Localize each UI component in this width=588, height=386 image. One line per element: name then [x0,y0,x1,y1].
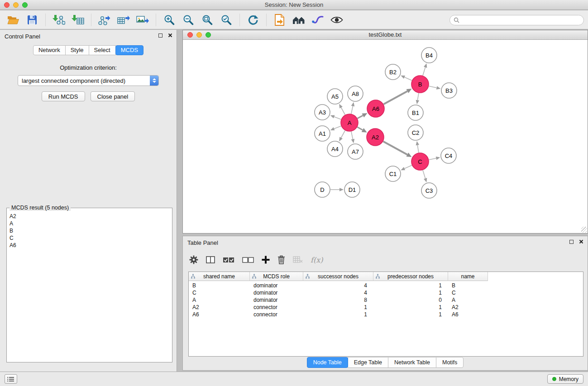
column-header-shared-name[interactable]: shared name [189,272,250,281]
edge-B-B4[interactable] [423,63,427,76]
node-A1[interactable]: A1 [315,126,330,141]
table-row[interactable]: Bdominator41B [189,282,583,289]
run-mcds-button[interactable]: Run MCDS [42,91,85,101]
node-A4[interactable]: A4 [327,141,343,157]
zoom-in-button[interactable] [160,12,179,28]
node-B4[interactable]: B4 [421,48,437,63]
column-header-successor-nodes[interactable]: successor nodes [303,272,373,281]
node-A[interactable]: A [341,114,358,131]
tab-network[interactable]: Network [33,45,66,55]
table-panel-float-button[interactable] [569,240,574,244]
node-A3[interactable]: A3 [315,105,330,120]
refresh-button[interactable] [244,12,263,28]
column-header-predecessor-nodes[interactable]: predecessor nodes [373,272,448,281]
network-minimize-button[interactable] [196,32,202,38]
network-canvas[interactable]: AA1A2A3A4A5A6A7A8BB1B2B3B4CC1C2C3C4DD1 [183,40,588,233]
table-row[interactable]: A6connector11A6 [189,311,583,318]
import-network-button[interactable] [49,12,68,28]
tab-select[interactable]: Select [89,45,116,55]
edge-C-C3[interactable] [423,170,427,182]
node-C4[interactable]: C4 [441,148,456,163]
edge-C-C2[interactable] [416,141,420,152]
task-history-button[interactable] [5,374,17,384]
edge-B-B2[interactable] [401,76,412,81]
zoom-out-button[interactable] [179,12,198,28]
function-builder-button[interactable]: f(x) [311,256,323,264]
node-B3[interactable]: B3 [441,83,457,98]
node-A5[interactable]: A5 [327,89,343,104]
zoom-fit-button[interactable] [198,12,217,28]
export-network-button[interactable] [95,12,114,28]
tab-mcds[interactable]: MCDS [115,45,143,55]
edge-A-A8[interactable] [351,102,355,114]
style-button[interactable] [308,12,327,28]
node-C2[interactable]: C2 [408,125,423,140]
show-columns-button[interactable] [206,256,215,264]
node-D1[interactable]: D1 [344,182,360,197]
show-hide-button[interactable] [327,12,346,28]
node-A8[interactable]: A8 [348,86,363,101]
edge-C-C1[interactable] [401,165,412,170]
edge-A-A3[interactable] [330,115,341,119]
search-input[interactable] [462,17,580,24]
home-button[interactable] [289,12,308,28]
edge-A-A4[interactable] [339,131,345,142]
result-item[interactable]: A2 [10,213,169,220]
minimize-window-button[interactable] [13,2,19,8]
close-panel-button[interactable]: Close panel [91,91,135,101]
resize-grip[interactable] [581,227,587,233]
network-close-button[interactable] [187,32,193,38]
save-session-button[interactable] [23,12,42,28]
delete-table-button[interactable] [293,256,303,263]
deselect-all-button[interactable] [242,257,254,263]
edge-A2-C[interactable] [383,142,412,157]
edge-A-A5[interactable] [339,104,345,115]
table-panel-close-button[interactable] [579,239,583,244]
node-B1[interactable]: B1 [408,105,423,120]
result-item[interactable]: B [10,227,169,234]
node-B[interactable]: B [411,76,429,93]
column-header-MCDS-role[interactable]: MCDS role [250,272,303,281]
select-all-button[interactable] [223,257,234,263]
tab-node-table[interactable]: Node Table [307,357,348,368]
add-column-button[interactable] [262,256,270,264]
close-window-button[interactable] [4,2,10,8]
result-item[interactable]: A [10,220,169,227]
delete-column-button[interactable] [277,255,285,264]
edge-C-C4[interactable] [429,157,440,160]
result-item[interactable]: C [10,234,169,242]
tab-edge-table[interactable]: Edge Table [348,357,388,368]
node-A7[interactable]: A7 [348,144,363,159]
tab-network-table[interactable]: Network Table [388,357,436,368]
edge-A-A2[interactable] [357,127,367,133]
network-zoom-button[interactable] [206,32,211,38]
edge-A-A6[interactable] [358,113,368,119]
edge-A-A1[interactable] [330,126,341,130]
control-panel-float-button[interactable] [158,33,163,38]
node-C1[interactable]: C1 [385,166,401,181]
node-C3[interactable]: C3 [421,183,437,198]
edge-B-B3[interactable] [429,86,441,89]
tab-motifs[interactable]: Motifs [436,357,464,368]
open-session-button[interactable] [4,12,23,28]
table-row[interactable]: Adominator80A [189,296,583,304]
import-table-button[interactable] [68,12,87,28]
zoom-window-button[interactable] [22,2,28,8]
tab-style[interactable]: Style [65,45,89,55]
criterion-dropdown[interactable]: largest connected component (directed) [18,75,159,86]
node-D[interactable]: D [315,182,330,197]
edge-B-B1[interactable] [416,93,420,104]
search-box[interactable] [449,15,584,25]
export-table-button[interactable] [114,12,133,28]
edge-A-A7[interactable] [351,132,355,143]
node-A6[interactable]: A6 [367,100,384,117]
edge-D-D1[interactable] [330,188,344,191]
control-panel-close-button[interactable] [168,33,172,38]
table-row[interactable]: A2connector11A2 [189,304,583,311]
result-item[interactable]: A6 [10,242,169,249]
column-header-name[interactable]: name [448,272,488,281]
node-B2[interactable]: B2 [385,64,401,80]
open-network-file-button[interactable] [270,12,289,28]
node-A2[interactable]: A2 [367,129,384,146]
node-C[interactable]: C [411,153,429,170]
